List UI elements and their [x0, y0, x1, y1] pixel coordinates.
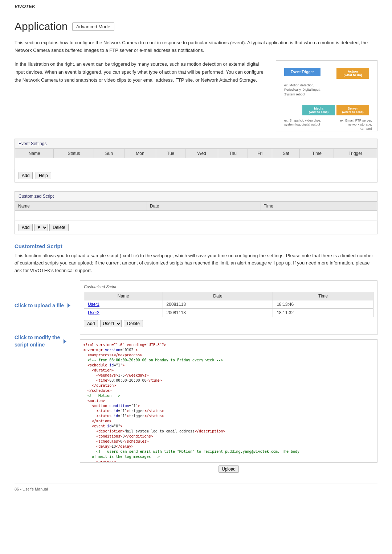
cs-inner-col-name: Name	[84, 292, 163, 300]
modify-arrow-icon	[64, 339, 66, 344]
annotation-labels: Click to upload a file Click to modify t…	[15, 280, 73, 473]
click-upload-label: Click to upload a file	[15, 302, 73, 309]
cs-inner-add-button[interactable]: Add	[84, 320, 98, 327]
footer-note: 86 - User's Manual	[15, 484, 377, 491]
click-modify-label: Click to modify thescript online	[15, 334, 73, 348]
col-time: Time	[300, 149, 334, 158]
user1-date: 20081113	[163, 300, 273, 308]
col-wed: Wed	[185, 149, 218, 158]
user2-link[interactable]: User2	[88, 310, 99, 315]
intro-paragraph-2: In the illustration on the right, an eve…	[15, 60, 269, 84]
col-tue: Tue	[156, 149, 185, 158]
event-trigger-box: Event Trigger	[284, 68, 320, 76]
event-diagram: Event Trigger Action (what to do) ex. Mo…	[281, 65, 373, 127]
cs-inner-select[interactable]: User1	[100, 320, 122, 327]
intro-paragraph-1: This section explains how to configure t…	[15, 39, 377, 54]
action-box: Action (what to do)	[336, 68, 369, 79]
xml-code-editor[interactable]: <?xml version="1.0" encoding="UTF-8"?> <…	[80, 339, 377, 463]
upload-button[interactable]: Upload	[219, 465, 239, 473]
customized-script-table: Name Date Time	[15, 201, 377, 221]
cs-inner-title: Customized Script	[84, 284, 373, 289]
cs-select[interactable]: ▼	[34, 224, 48, 231]
customized-script-table-title: Customized Script	[15, 192, 377, 201]
col-sat: Sat	[272, 149, 300, 158]
event-settings-table: Name Status Sun Mon Tue Wed Thu Fri Sat …	[15, 149, 377, 169]
server-box: Server (where to send)	[336, 105, 369, 115]
cs-inner-btn-row: Add User1 Delete	[84, 320, 373, 327]
col-sun: Sun	[94, 149, 124, 158]
advanced-mode-button[interactable]: Advanced Mode	[72, 22, 114, 31]
diagram-ex1: ex. Motion detection,Periodically, Digit…	[284, 83, 320, 97]
diagram-ex2: ex. Snapshot, video clips,system log, di…	[284, 119, 321, 127]
col-status: Status	[54, 149, 94, 158]
user2-date: 20081113	[163, 308, 273, 317]
cs-col-date: Date	[147, 201, 261, 210]
user2-time: 18:11:32	[273, 308, 373, 317]
table-row: User2 20081113 18:11:32	[84, 308, 373, 317]
customized-script-right-panel: Customized Script Name Date Time User1	[80, 280, 377, 473]
col-thu: Thu	[218, 149, 248, 158]
cs-col-time: Time	[261, 201, 377, 210]
diagram-ex3: ex. Email, FTP server,network storage,CF…	[340, 119, 372, 131]
event-add-button[interactable]: Add	[19, 172, 33, 179]
cs-add-button[interactable]: Add	[19, 224, 33, 231]
upload-arrow-icon	[68, 303, 70, 308]
header: VIVOTEK	[0, 0, 392, 13]
brand-logo: VIVOTEK	[15, 4, 35, 9]
cs-inner-col-date: Date	[163, 292, 273, 300]
media-box: Media (what to send)	[302, 105, 335, 115]
user1-time: 18:13:46	[273, 300, 373, 308]
cs-inner-col-time: Time	[273, 292, 373, 300]
cs-inner-box: Customized Script Name Date Time User1	[80, 280, 377, 335]
page-title: Application	[15, 20, 68, 33]
event-help-button[interactable]: Help	[36, 172, 51, 179]
event-settings-container: Event Settings Name Status Sun Mon Tue W…	[15, 139, 377, 182]
col-name: Name	[15, 149, 54, 158]
cs-table-btn-row: Add ▼ Delete	[15, 221, 377, 234]
cs-inner-table: Name Date Time User1 20081113 18:13:46	[84, 292, 373, 317]
customized-script-table-container: Customized Script Name Date Time Add ▼ D…	[15, 191, 377, 234]
cs-col-name: Name	[15, 201, 147, 210]
col-trigger: Trigger	[334, 149, 377, 158]
cs-delete-button[interactable]: Delete	[49, 224, 69, 231]
event-settings-title: Event Settings	[15, 139, 377, 149]
customized-script-heading: Customized Script	[15, 243, 377, 249]
customized-script-section: Customized Script This function allows y…	[15, 243, 377, 473]
table-row: User1 20081113 18:13:46	[84, 300, 373, 308]
col-fri: Fri	[248, 149, 272, 158]
col-mon: Mon	[124, 149, 156, 158]
user1-link[interactable]: User1	[88, 302, 99, 307]
customized-script-desc: This function allows you to upload a sam…	[15, 252, 377, 275]
upload-btn-row: Upload	[80, 465, 377, 473]
event-settings-btn-row: Add Help	[15, 169, 377, 182]
cs-inner-delete-button[interactable]: Delete	[124, 320, 143, 327]
